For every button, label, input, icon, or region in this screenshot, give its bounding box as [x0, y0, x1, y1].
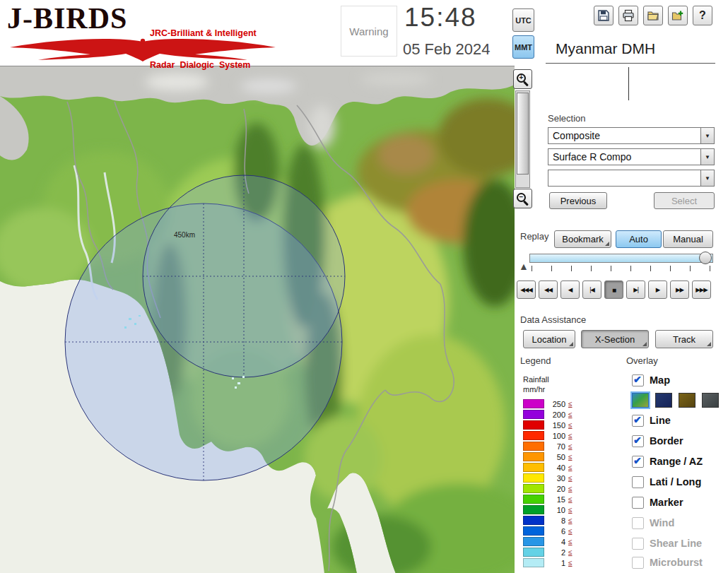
map-style-dark-gray[interactable] [702, 393, 719, 408]
manual-button[interactable]: Manual [663, 230, 713, 248]
timeline-start-marker[interactable]: ▲ [519, 261, 529, 272]
fast-forward-button[interactable]: ▶▶ [670, 280, 689, 299]
overlay-checkbox-marker[interactable]: ✔ Marker [632, 495, 683, 509]
legend-color-swatch [523, 463, 544, 472]
product-name-dropdown[interactable]: Surface R Compo ▼ [548, 148, 715, 165]
track-button[interactable]: Track [655, 330, 713, 348]
legend-row: 15≤ [523, 495, 573, 504]
checkbox[interactable]: ✔ [632, 374, 644, 386]
clock-date: 05 Feb 2024 [403, 40, 491, 59]
zoom-in-button[interactable]: + [513, 69, 532, 89]
legend-lte-sign: ≤ [568, 432, 573, 439]
checkbox[interactable]: ✔ [632, 456, 644, 468]
replay-timeline-slider[interactable] [529, 254, 713, 263]
checkbox[interactable]: ✔ [632, 497, 644, 509]
map-style-olive[interactable] [679, 393, 695, 408]
map-zoom-slider[interactable] [515, 90, 530, 188]
selection-section-label: Selection [548, 113, 585, 124]
chevron-down-icon[interactable]: ▼ [700, 149, 714, 165]
help-button[interactable]: ? [693, 6, 712, 25]
info-cursor-line [628, 67, 629, 100]
skip-to-start-button[interactable]: ◀◀◀ [517, 280, 536, 299]
clock-time: 15:48 [404, 3, 477, 33]
legend-color-swatch [523, 442, 544, 451]
station-name: Myanmar DMH [556, 40, 655, 57]
play-button[interactable]: ▶ [648, 280, 667, 299]
legend-lte-sign: ≤ [568, 421, 573, 429]
checkbox[interactable]: ✔ [632, 476, 644, 488]
eagle-logo-icon [4, 37, 281, 62]
legend-row: 70≤ [523, 442, 573, 451]
legend-row: 40≤ [523, 463, 573, 472]
product-type-dropdown[interactable]: Composite ▼ [548, 127, 715, 144]
map-style-terrain-color[interactable] [632, 393, 649, 408]
checkbox[interactable]: ✔ [632, 415, 644, 427]
overlay-checkbox-line[interactable]: ✔ Line [632, 413, 671, 427]
legend-value: 20 [546, 485, 565, 493]
checkbox[interactable]: ✔ [632, 435, 644, 447]
legend-lte-sign: ≤ [568, 442, 573, 450]
legend-lte-sign: ≤ [568, 463, 573, 471]
open-file-button[interactable] [643, 6, 663, 25]
radar-map[interactable]: 450km [0, 66, 515, 573]
product-option-dropdown[interactable]: ▼ [548, 170, 715, 187]
legend-color-swatch [523, 473, 544, 483]
legend-value: 150 [546, 421, 565, 430]
overlay-checkbox-map[interactable]: ✔ Map [632, 373, 670, 387]
check-icon: ✔ [633, 374, 642, 385]
utc-button[interactable]: UTC [512, 8, 534, 32]
timeline-ticks [532, 266, 714, 271]
legend-color-swatch [523, 558, 544, 567]
legend-lte-sign: ≤ [568, 410, 573, 418]
overlay-checkbox-range-az[interactable]: ✔ Range / AZ [632, 454, 703, 468]
map-style-options [632, 393, 719, 408]
zoom-in-icon: + [517, 73, 529, 85]
check-icon: ✔ [633, 435, 642, 446]
legend-color-swatch [523, 516, 544, 525]
location-button[interactable]: Location [523, 330, 575, 348]
skip-to-end-button[interactable]: ▶▶▶ [692, 280, 711, 299]
chevron-down-icon[interactable]: ▼ [700, 128, 714, 143]
auto-button[interactable]: Auto [616, 230, 662, 248]
radar-range-circle-north [143, 175, 345, 377]
legend-lte-sign: ≤ [568, 506, 573, 514]
fast-rewind-button[interactable]: ◀◀ [539, 280, 558, 299]
legend-color-swatch [523, 420, 544, 430]
jbirds-logo-title: J-BIRDS [7, 1, 127, 35]
check-icon: ✔ [633, 414, 642, 425]
map-style-dark-blue[interactable] [655, 393, 672, 408]
step-forward-button[interactable]: ▶| [626, 280, 645, 299]
stop-button[interactable]: ■ [604, 280, 623, 299]
legend-row: 1≤ [523, 558, 573, 567]
overlay-checkbox-lati-long[interactable]: ✔ Lati / Long [632, 475, 701, 489]
legend-section-label: Legend [520, 355, 551, 366]
overlay-checkbox-shear-line: ✔ Shear Line [632, 536, 702, 550]
previous-button[interactable]: Previous [549, 192, 607, 209]
bookmark-button[interactable]: Bookmark [554, 230, 611, 248]
chevron-down-icon[interactable]: ▼ [700, 170, 714, 186]
map-zoom-slider-thumb[interactable] [517, 93, 529, 175]
overlay-checkbox-border[interactable]: ✔ Border [632, 434, 683, 448]
capture-add-button[interactable] [668, 6, 688, 25]
legend-value: 50 [546, 453, 565, 461]
legend-value: 250 [546, 400, 565, 408]
play-reverse-button[interactable]: ◀ [560, 280, 580, 299]
select-button[interactable]: Select [654, 192, 715, 209]
legend-lte-sign: ≤ [568, 538, 573, 545]
x-section-button[interactable]: X-Section [581, 330, 649, 348]
overlay-label: Map [650, 374, 670, 386]
legend-row: 200≤ [523, 410, 573, 419]
help-icon: ? [699, 9, 706, 22]
mmt-button[interactable]: MMT [512, 35, 534, 59]
print-button[interactable] [618, 6, 638, 25]
zoom-out-button[interactable]: − [513, 189, 532, 208]
legend-value: 40 [546, 463, 565, 472]
legend-lte-sign: ≤ [568, 474, 573, 482]
legend-value: 30 [546, 474, 565, 483]
step-back-button[interactable]: |◀ [582, 280, 601, 299]
legend-value: 1 [546, 559, 565, 567]
save-button[interactable] [594, 6, 613, 25]
timeline-slider-thumb[interactable] [699, 252, 712, 264]
legend-color-swatch [523, 495, 544, 504]
station-divider [546, 63, 715, 64]
